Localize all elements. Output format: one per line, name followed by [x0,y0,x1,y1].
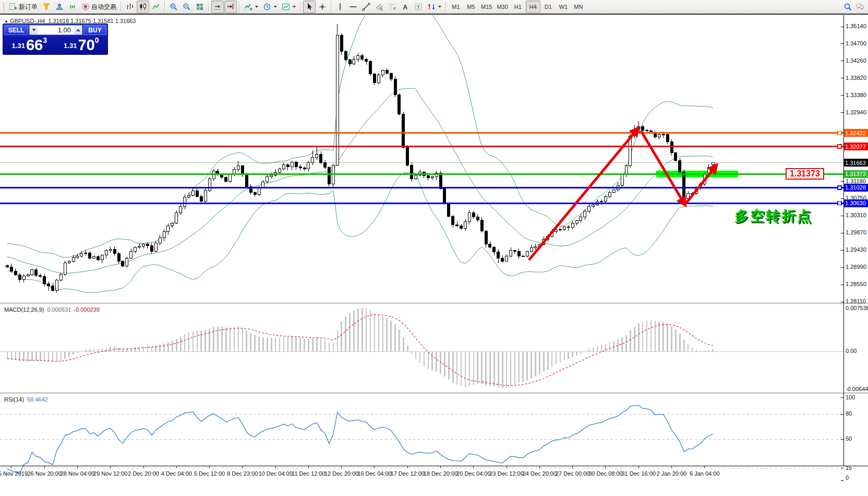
price-tick-label: 1.35140 [846,23,866,29]
horizontal-line-button[interactable] [347,1,359,13]
price-tick-label: 1.33820 [846,75,866,81]
sell-price-sup: 3 [43,36,47,44]
main-toolbar: 新订单自动交易EFATM1M5M15M30H1H4D1W1MN [0,0,868,15]
price-tick-label: 1.28990 [846,264,866,270]
tile-windows-button[interactable] [194,1,206,13]
price-line-label: 1.31373 [844,170,868,178]
tf-m15-button[interactable]: M15 [479,1,494,13]
chart-canvas[interactable] [0,15,868,496]
line-drag-handle[interactable] [838,145,841,148]
new-order-button[interactable]: 新订单 [7,1,40,13]
volume-decrease-button[interactable] [30,26,38,34]
arrows-button[interactable] [425,1,443,13]
toolbar-button-label: M15 [481,4,492,10]
buy-button[interactable]: BUY [83,25,106,35]
tf-m5-button[interactable]: M5 [464,1,478,13]
toolbar-button-label: 新订单 [19,3,38,11]
tf-mn-button[interactable]: MN [571,1,586,13]
trendline-icon [362,3,370,11]
text-box-icon: T [414,3,423,11]
svg-text:E: E [380,7,383,11]
cursor-button[interactable] [303,1,316,13]
svg-text:F: F [394,7,396,10]
arrows-icon [427,3,436,11]
line-drag-handle[interactable] [838,202,841,205]
time-axis-label: 16 Dec 04:00 [357,470,391,477]
rsi-axis-label: 15 [846,465,852,471]
bar-chart-button[interactable] [124,1,136,13]
toolbar-button-label: M1 [452,4,460,10]
sell-price[interactable]: 1.31663 [4,36,55,53]
line-chart-button[interactable] [150,1,162,13]
time-axis-label: 20 Dec 04:00 [456,470,490,477]
price-line-label: 1.32077 [844,143,868,150]
crosshair-button[interactable] [316,1,329,13]
time-axis-label: 12 Dec 20:00 [324,470,358,477]
tf-m1-button[interactable]: M1 [449,1,463,13]
sell-button[interactable]: SELL [4,25,28,35]
toolbar-separator [331,2,332,12]
search-button[interactable] [841,1,854,13]
turning-point-note[interactable]: 多空转折点 [734,207,813,226]
rsi-axis-label: 0 [846,475,849,481]
volume-stepper: 1.00 [29,25,82,35]
text-label-button[interactable]: T [412,1,425,13]
autotrade-button[interactable]: 自动交易 [79,1,118,13]
time-axis-label: 2 Jan 20:00 [657,470,687,477]
styles-button[interactable] [40,1,53,13]
vertical-line-button[interactable] [334,1,346,13]
chevron-down-icon [438,6,441,8]
time-axis-label: 29 Nov 12:00 [93,470,127,477]
auto-scroll-button[interactable] [211,1,224,13]
tf-h4-button[interactable]: H4 [526,1,540,13]
volume-increase-button[interactable] [74,26,82,34]
sell-price-prefix: 1.31 [12,42,25,50]
chevron-down-icon [255,6,258,8]
volume-value[interactable]: 1.00 [38,26,74,34]
rsi-axis-label: 80 [846,410,852,417]
toolbar-button-label: H1 [514,4,522,10]
zoom-out-button[interactable] [180,1,193,13]
periods-button[interactable] [261,1,279,13]
toolbar-separator [208,2,209,12]
tf-d1-button[interactable]: D1 [541,1,556,13]
line-drag-handle[interactable] [838,186,841,190]
chat-icon [856,3,864,11]
line-chart-icon [152,3,160,11]
fibo-icon: F [388,3,396,11]
chat-button[interactable] [854,1,866,13]
symbol-arrow-icon: ▲ [4,19,8,23]
clock-icon [263,3,271,11]
tf-w1-button[interactable]: W1 [556,1,571,13]
rsi-axis-label: 50 [846,435,852,442]
shift-icon [226,3,235,11]
profile-button[interactable] [53,1,66,13]
buy-price-big: 70 [78,39,94,52]
chart-shift-button[interactable] [224,1,237,13]
tf-m30-button[interactable]: M30 [495,1,510,13]
time-axis-label: 18 Dec 20:00 [424,470,457,477]
text-button[interactable]: A [399,1,412,13]
time-axis-label: 26 Nov 20:00 [27,470,61,477]
equidistant-channel-button[interactable]: E [373,1,385,13]
templates-button[interactable] [280,1,298,13]
price-line-label: 1.31028 [844,184,868,192]
palette-icon [42,3,51,11]
line-drag-handle[interactable] [838,131,841,135]
price-annotation-box[interactable]: 1.31373 [786,168,824,180]
toolbar-button-label: W1 [559,4,568,10]
indicators-button[interactable] [242,1,260,13]
tf-h1-button[interactable]: H1 [511,1,525,13]
zoom-in-button[interactable] [167,1,180,13]
time-axis-label: 5 Dec 12:00 [194,470,225,477]
fibonacci-button[interactable]: F [386,1,399,13]
buy-price[interactable]: 1.31700 [56,36,107,53]
candlestick-chart-button[interactable] [137,1,149,13]
macd-title: MACD(12,26,9) [4,306,44,313]
trendline-button[interactable] [360,1,372,13]
news-button[interactable] [66,1,79,13]
buy-price-sup: 0 [95,36,99,44]
new-order-icon [9,3,17,11]
macd-main-value: 0.000531 [47,306,71,313]
macd-axis-max: 0.007538 [846,305,868,311]
